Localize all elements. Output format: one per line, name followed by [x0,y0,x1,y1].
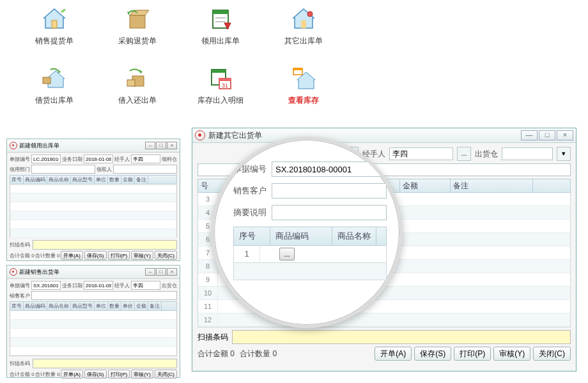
house4-icon [288,66,319,91]
desktop-icon-house3[interactable]: 借货出库单 [13,66,96,106]
desktop-icon-box2[interactable]: 借入还出单 [96,66,179,106]
mini-btn[interactable]: 开单(A) [61,251,83,260]
desktop-icon-cal[interactable]: 31库存出入明细 [179,66,262,106]
svg-rect-22 [219,79,231,81]
pick-input[interactable] [113,165,177,174]
svg-rect-14 [43,77,50,84]
desktop-icon-house[interactable]: 销售提货单 [13,6,96,47]
mini-titlebar[interactable]: 新建领用出库单 –□× [7,139,180,153]
svg-rect-1 [52,20,57,28]
max-btn[interactable]: □ [156,142,166,149]
desktop-icon-sheet[interactable]: 领用出库单 [179,6,262,47]
icon-label: 借货出库单 [13,95,96,106]
lens-note-label: 摘要说明 [233,207,272,218]
mini-btn[interactable]: 保存(S) [84,251,107,260]
mini-btn[interactable]: 关闭(C) [155,370,177,379]
lens-table-header: 序号 商品编码 商品名称 [233,227,387,246]
svg-rect-2 [130,15,145,28]
mini-table-header: 库号商品编码商品名称商品型号单位数量单价金额备注 [10,301,177,311]
scan-label: 扫描条码 [197,332,228,343]
house2-icon [288,6,319,32]
svg-rect-11 [301,20,306,28]
handler-input[interactable] [131,154,160,163]
mini-btn[interactable]: 打印(P) [108,251,130,260]
desktop-icon-box[interactable]: 采购退货单 [96,6,179,47]
mini-btn[interactable]: 保存(S) [84,370,107,379]
svg-marker-18 [140,70,143,73]
lens-note-input[interactable] [272,205,387,220]
doc-no[interactable] [31,154,61,163]
col-name: 商品名称 [332,227,376,245]
ellipsis-button[interactable]: ... [279,248,295,260]
svg-rect-6 [213,10,228,14]
lens-doc-no[interactable] [272,161,387,177]
cust-input[interactable] [31,291,177,300]
scan-barcode-input[interactable] [232,330,571,344]
max-btn[interactable]: □ [156,268,166,276]
minimize-button[interactable]: — [521,130,538,140]
title-text: 新建其它出货单 [208,130,262,141]
pick-label: 领取人 [97,166,112,173]
lens-cust-input[interactable] [272,183,387,199]
cust-label: 销售客户 [10,292,30,299]
row-num: 1 [234,246,260,262]
sum-qty: 合计数量 0 [35,252,60,259]
close-button[interactable]: 关闭(C) [533,347,571,361]
handler-input[interactable] [131,281,160,290]
svg-rect-25 [293,68,302,70]
close-button[interactable]: × [557,130,573,140]
mini-btn[interactable]: 开单(A) [61,370,83,379]
sum-amt: 合计金额 0 [10,371,35,378]
dept-label: 领用部门 [10,166,30,173]
print-button[interactable]: 打印(P) [454,347,491,361]
desktop-icon-house4[interactable]: 查看库存 [262,66,345,106]
desktop-icons: 销售提货单采购退货单领用出库单其它出库单借货出库单借入还出单31库存出入明细查看… [13,6,377,125]
icon-label: 领用出库单 [179,36,262,47]
sum-amount: 合计金额 0 [197,349,235,359]
maximize-button[interactable]: □ [539,130,555,140]
close-btn[interactable]: × [167,268,177,276]
house3-icon [39,66,70,91]
lens-doc-label: 单据编号 [233,163,272,175]
mini-btn[interactable]: 审核(Y) [131,370,153,379]
warehouse-input[interactable] [502,147,553,160]
app-icon [10,142,17,149]
close-btn[interactable]: × [167,142,177,149]
handler-input[interactable] [389,147,453,160]
mini-titlebar[interactable]: 新建销售出货单 –□× [7,266,180,279]
warehouse-dropdown[interactable]: ▾ [557,147,571,161]
scan-input[interactable] [33,359,177,368]
mini-btn[interactable]: 审核(Y) [131,251,153,260]
icon-label: 其它出库单 [262,36,345,47]
min-btn[interactable]: – [145,142,155,149]
audit-button[interactable]: 审核(Y) [493,347,530,361]
save-button[interactable]: 保存(S) [414,347,451,361]
mini-btn[interactable]: 关闭(C) [155,251,177,260]
date-input[interactable] [84,281,113,290]
titlebar[interactable]: 新建其它出货单 — □ × [192,128,576,143]
icon-label: 借入还出单 [96,95,179,106]
icon-label: 查看库存 [262,95,345,106]
open-button[interactable]: 开单(A) [375,347,412,361]
sheet-icon [205,6,236,32]
mini-btn[interactable]: 打印(P) [108,370,130,379]
dept-input[interactable] [31,165,95,174]
doc-label: 单据编号 [10,282,30,289]
lens-row-1[interactable]: 1 ... [233,246,387,263]
date-input[interactable] [84,154,113,163]
mini-window-lingyong: 新建领用出库单 –□× 单据编号 业务日期 经手人 领料仓 领用部门 领取人 库… [6,139,180,261]
scan-input[interactable] [33,240,177,250]
sum-qty: 合计数量 0 [240,349,277,359]
svg-rect-20 [212,70,226,73]
scan-label: 扫描条码 [10,241,30,248]
doc-no[interactable] [31,281,61,290]
lens-row-2[interactable] [233,263,387,280]
desktop-icon-house2[interactable]: 其它出库单 [262,6,345,47]
house-icon [39,6,70,32]
magnifier-lens: 单据编号 销售客户 摘要说明 序号 商品编码 商品名称 1 ... [211,137,403,328]
doc-label: 单据编号 [10,156,30,163]
handler-picker[interactable]: ... [457,147,471,161]
box2-icon [122,66,153,91]
cal-icon: 31 [205,66,236,91]
min-btn[interactable]: – [145,268,155,276]
